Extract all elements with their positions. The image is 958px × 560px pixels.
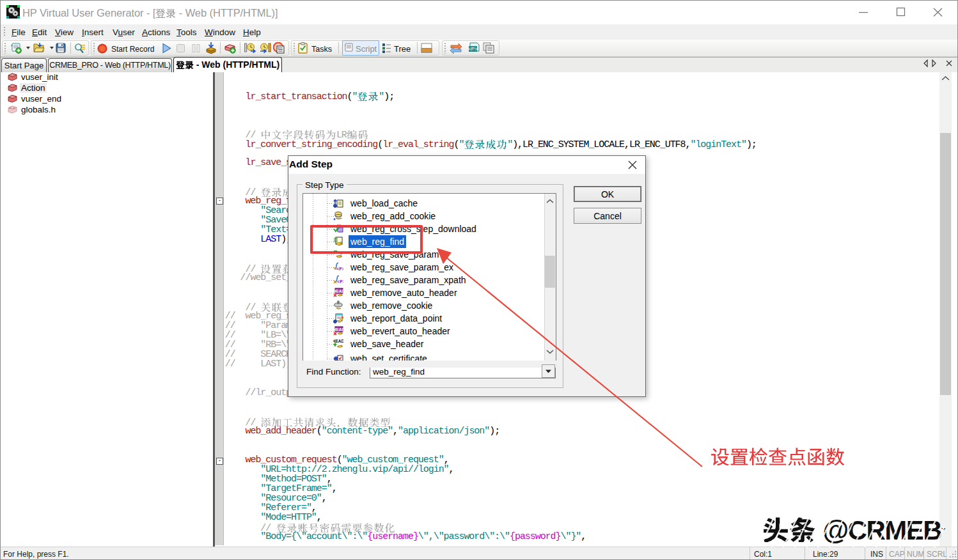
- svg-text:<P>: <P>: [336, 267, 343, 272]
- svg-text:HEAD: HEAD: [333, 339, 343, 343]
- svg-text:<P>: <P>: [337, 279, 343, 284]
- svg-text:<P>: <P>: [468, 46, 478, 52]
- svg-text:HEAD: HEAD: [333, 327, 343, 332]
- svg-text:HEAD: HEAD: [333, 289, 343, 293]
